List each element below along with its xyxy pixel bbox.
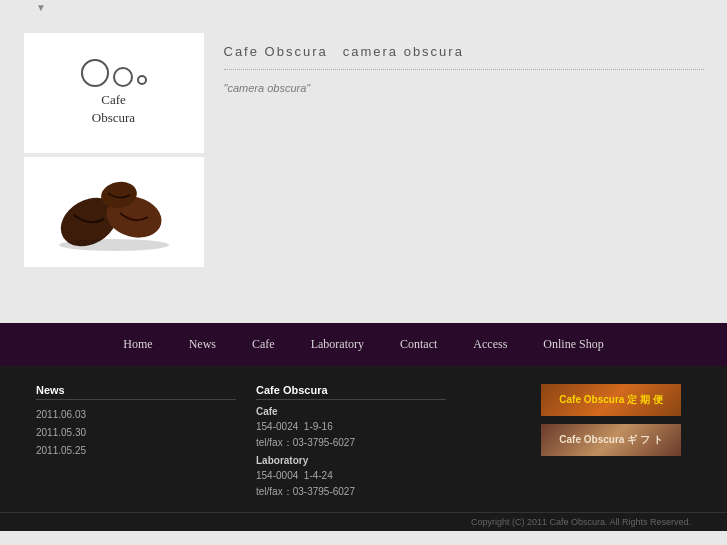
circle-medium <box>113 67 133 87</box>
footer-news-title: News <box>36 384 236 400</box>
footer-news-date-2: 2011.05.30 <box>36 424 236 442</box>
navigation-bar: Home News Cafe Laboratory Contact Access… <box>0 323 727 366</box>
page-title-area: Cafe Obscura camera obscura <box>224 43 704 70</box>
logo-circles <box>81 59 147 87</box>
nav-item-contact[interactable]: Contact <box>382 333 455 356</box>
nav-arrow: ▼ <box>0 0 727 13</box>
footer-copyright: Copyright (C) 2011 Cafe Obscura. All Rig… <box>0 512 727 531</box>
footer-news-section: News 2011.06.03 2011.05.30 2011.05.25 <box>36 384 236 500</box>
footer-inner: News 2011.06.03 2011.05.30 2011.05.25 Ca… <box>0 376 727 512</box>
nav-item-laboratory[interactable]: Laboratory <box>293 333 382 356</box>
coffee-beans-image <box>24 157 204 267</box>
footer-cafe-title: Cafe Obscura <box>256 384 446 400</box>
footer-cafe-subtitle: Cafe <box>256 406 446 417</box>
page-title: Cafe Obscura camera obscura <box>224 43 704 61</box>
circle-large <box>81 59 109 87</box>
footer-lab-tel: tel/fax：03-3795-6027 <box>256 484 446 500</box>
page-subtitle: "camera obscura" <box>224 82 704 94</box>
coffee-beans-box <box>24 157 204 267</box>
right-column: Cafe Obscura camera obscura "camera obsc… <box>224 33 704 303</box>
footer-cafe-zip-address: 154-0024 1-9-16 <box>256 419 446 435</box>
footer-lab-zip-address: 154-0004 1-4-24 <box>256 468 446 484</box>
logo-text: Cafe Obscura <box>92 91 135 127</box>
footer-promo-area: Cafe Obscura 定 期 便 Cafe Obscura ギ フ ト <box>446 384 691 500</box>
footer-news-date-3: 2011.05.25 <box>36 442 236 460</box>
footer-news-date-1: 2011.06.03 <box>36 406 236 424</box>
main-content-area: Cafe Obscura <box>0 13 727 323</box>
logo-box: Cafe Obscura <box>24 33 204 153</box>
nav-item-online-shop[interactable]: Online Shop <box>525 333 621 356</box>
circle-small <box>137 75 147 85</box>
left-column: Cafe Obscura <box>24 33 204 303</box>
nav-item-cafe[interactable]: Cafe <box>234 333 293 356</box>
nav-item-news[interactable]: News <box>171 333 234 356</box>
footer-cafe-info-section: Cafe Obscura Cafe 154-0024 1-9-16 tel/fa… <box>236 384 446 500</box>
promo-button-gift[interactable]: Cafe Obscura ギ フ ト <box>541 424 681 456</box>
footer-lab-subtitle: Laboratory <box>256 455 446 466</box>
svg-point-3 <box>59 239 169 251</box>
footer-area: News 2011.06.03 2011.05.30 2011.05.25 Ca… <box>0 366 727 531</box>
promo-button-teiki[interactable]: Cafe Obscura 定 期 便 <box>541 384 681 416</box>
nav-menu: Home News Cafe Laboratory Contact Access… <box>0 323 727 366</box>
nav-item-access[interactable]: Access <box>455 333 525 356</box>
footer-cafe-tel: tel/fax：03-3795-6027 <box>256 435 446 451</box>
nav-item-home[interactable]: Home <box>105 333 170 356</box>
